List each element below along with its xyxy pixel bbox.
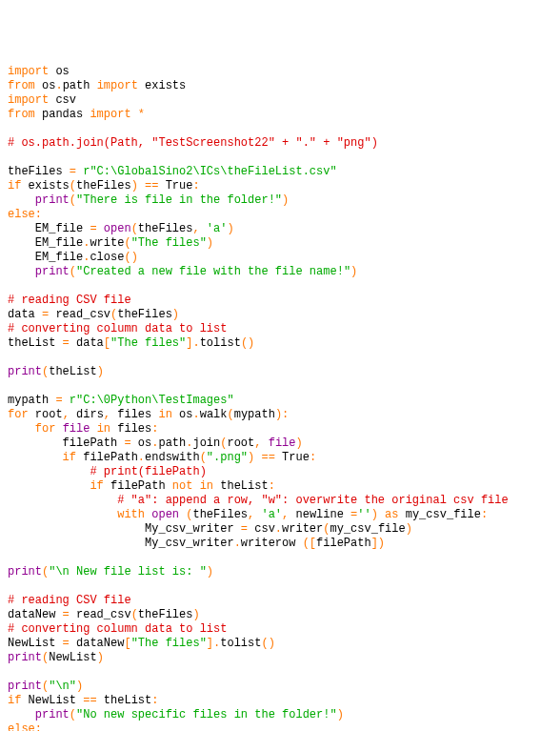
code-token: = <box>63 608 70 621</box>
code-token: theFiles <box>76 179 131 193</box>
code-token: . <box>138 451 145 464</box>
code-token: . <box>192 408 199 421</box>
code-token: writer <box>282 522 323 536</box>
code-token: ) <box>282 193 289 207</box>
code-token: else <box>8 722 35 731</box>
code-token: # converting column data to list <box>8 322 227 335</box>
code-token: open <box>151 508 179 521</box>
code-token <box>8 465 90 478</box>
code-token: ) <box>97 651 104 664</box>
code-token: for <box>8 408 29 421</box>
code-token: my_csv_file <box>330 522 405 536</box>
code-token: print <box>8 651 42 664</box>
code-token: ) <box>97 365 104 378</box>
code-token: True <box>158 179 192 193</box>
code-token: "\n" <box>49 680 76 693</box>
code-token: . <box>55 79 62 92</box>
code-token: EM_file <box>8 236 83 250</box>
code-token: NewList <box>8 637 63 650</box>
code-token: filePath <box>8 437 124 450</box>
code-token: write <box>90 236 124 250</box>
code-token: filePath <box>76 451 138 464</box>
code-token: walk <box>200 408 228 421</box>
code-token: ( <box>131 222 138 235</box>
code-token: if <box>8 694 21 707</box>
code-token: ) <box>192 608 199 621</box>
code-token <box>8 508 117 521</box>
code-token: exists <box>21 179 69 193</box>
code-token: ) <box>371 508 378 521</box>
code-token: : <box>35 208 42 221</box>
code-token: as <box>385 508 398 521</box>
code-token: , <box>63 408 70 421</box>
code-token: * <box>138 108 145 121</box>
code-token: path <box>158 437 186 450</box>
code-token: mypath <box>234 408 275 421</box>
code-token: writerow <box>241 537 303 550</box>
code-token: ".png" <box>207 451 248 464</box>
code-token: : <box>310 451 316 464</box>
code-token: ( <box>131 608 138 621</box>
code-token: if <box>8 179 21 193</box>
code-token: : <box>481 508 488 521</box>
code-token: ): <box>275 408 289 421</box>
code-token <box>8 479 90 493</box>
code-token: os <box>172 408 193 421</box>
code-token: exists <box>138 79 186 92</box>
code-token: close <box>90 251 124 264</box>
code-token <box>131 108 138 121</box>
code-token: # os.path.join(Path, "TestScreenshot22" … <box>8 136 378 150</box>
code-token: = <box>241 522 248 536</box>
code-token: # reading CSV file <box>8 594 131 607</box>
code-token: not in <box>172 479 213 493</box>
code-token <box>55 422 62 436</box>
code-token: NewList <box>21 694 83 707</box>
code-token: theFiles <box>138 222 193 235</box>
code-token: "The files" <box>131 637 207 650</box>
code-token: = <box>63 637 70 650</box>
code-token: ( <box>70 179 76 193</box>
code-token: , <box>104 408 110 421</box>
code-token: from <box>8 79 35 92</box>
code-token: : <box>192 179 199 193</box>
code-token: dataNew <box>70 637 125 650</box>
code-token: = <box>70 165 76 178</box>
code-token: = <box>63 336 70 350</box>
code-token: files <box>110 422 151 436</box>
code-token: from <box>8 108 35 121</box>
code-token: : <box>151 422 158 436</box>
code-token: root <box>227 437 254 450</box>
code-token: # print(filePath) <box>90 465 206 478</box>
code-token: tolist <box>200 336 241 350</box>
code-token: in <box>97 422 110 436</box>
code-token: . <box>234 537 241 550</box>
code-token: ) <box>207 236 213 250</box>
code-token: theList <box>213 479 269 493</box>
code-token: else <box>8 208 35 221</box>
code-token: # "a": append a row, "w": overwrite the … <box>117 494 508 507</box>
code-token <box>97 222 104 235</box>
code-token: open <box>104 222 131 235</box>
code-token: ) <box>296 437 303 450</box>
code-token: with <box>117 508 145 521</box>
code-token <box>90 422 96 436</box>
code-token: ( <box>70 193 76 207</box>
code-token: import <box>8 93 49 107</box>
code-token: My_csv_writer <box>8 537 234 550</box>
code-token: theFiles <box>192 508 248 521</box>
code-token: "Created a new file with the file name!" <box>76 265 350 278</box>
code-token: , <box>192 222 199 235</box>
code-token: file <box>63 422 90 436</box>
code-token: 'a' <box>261 508 282 521</box>
code-token: ) <box>172 308 179 321</box>
code-token <box>8 451 63 464</box>
code-token: theList <box>8 336 63 350</box>
code-token: import <box>90 108 130 121</box>
code-token: data <box>8 308 42 321</box>
code-token: = <box>124 437 130 450</box>
code-token: print <box>35 265 70 278</box>
code-token: file <box>269 437 296 450</box>
code-token: ) <box>207 565 213 579</box>
code-token: if <box>90 479 103 493</box>
code-token: ]. <box>186 336 199 350</box>
